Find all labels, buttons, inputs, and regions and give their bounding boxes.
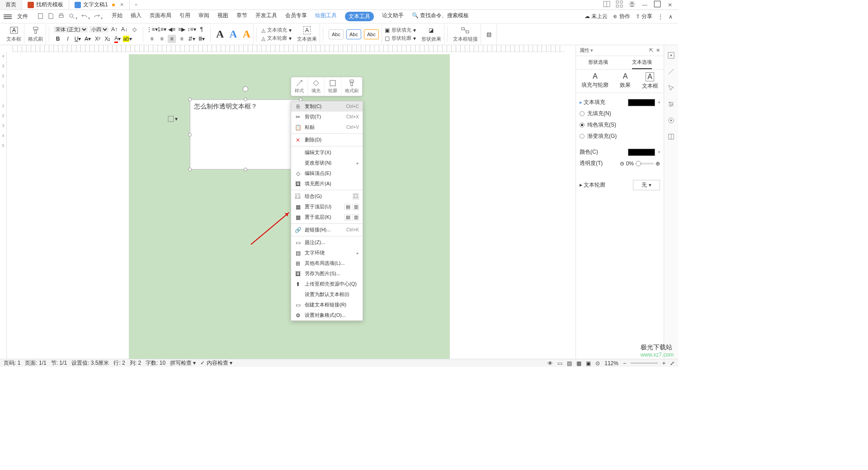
redo-icon[interactable]: ▾ xyxy=(94,13,103,21)
sb-words[interactable]: 字数: 10 xyxy=(146,359,165,367)
sb-view3-icon[interactable]: ▦ xyxy=(576,360,581,367)
sb-view1-icon[interactable]: ▭ xyxy=(557,360,562,367)
increase-indent-icon[interactable]: ≡▶ xyxy=(178,25,186,33)
cm-cut[interactable]: ✂剪切(T)Ctrl+X xyxy=(291,112,363,122)
new-icon[interactable] xyxy=(37,13,44,21)
radio-no-fill[interactable]: 无填充(N) xyxy=(580,108,660,119)
mini-style[interactable]: 样式 xyxy=(291,77,308,96)
subtab-effects[interactable]: A效果 xyxy=(620,72,631,90)
close-panel-icon[interactable]: ✕ xyxy=(656,47,660,53)
rib-format-painter[interactable]: 格式刷 xyxy=(25,24,46,44)
radio-gradient-fill[interactable]: 渐变填充(G) xyxy=(580,131,660,142)
clear-format-icon[interactable]: ◇ xyxy=(130,25,138,33)
menu-vip[interactable]: 会员专享 xyxy=(285,12,307,21)
menu-insert[interactable]: 插入 xyxy=(131,12,142,21)
text-outline-button[interactable]: ◬文本轮廓▾ xyxy=(261,35,292,42)
pin-icon[interactable]: ⇱ xyxy=(649,47,653,53)
handle-tm[interactable] xyxy=(244,98,247,101)
side-book-icon[interactable] xyxy=(667,133,675,142)
sb-zoom-in[interactable]: + xyxy=(662,360,665,367)
size-select[interactable]: 小四 xyxy=(90,26,108,33)
file-menu[interactable]: 文件 xyxy=(17,13,28,20)
text-direction-icon[interactable]: Ⅲ▾ xyxy=(198,35,206,43)
side-limit-icon[interactable] xyxy=(667,117,675,126)
canvas[interactable]: 怎么制作透明文本框？ ▾ 样式 填充 轮廓 格式刷 ⎘复制(C)Ctrl+C ✂… xyxy=(7,52,564,359)
collab-button[interactable]: ⊕ 协作 xyxy=(613,13,630,20)
side-template-icon[interactable] xyxy=(667,52,675,61)
cm-save-as-pic[interactable]: 🖼另存为图片(S)... xyxy=(291,268,363,279)
fill-color-swatch[interactable] xyxy=(628,99,655,106)
shape-effects-button[interactable]: ◪形状效果 xyxy=(419,24,444,44)
tab-docker[interactable]: 找稻壳模板 xyxy=(22,0,69,9)
menu-paper[interactable]: 论文助手 xyxy=(382,12,404,21)
mini-format[interactable]: 格式刷 xyxy=(341,77,362,96)
line-spacing-icon[interactable]: ↕≡▾ xyxy=(188,25,196,33)
italic-icon[interactable]: I xyxy=(64,35,72,43)
text-fill-button[interactable]: ◬文本填充▾ xyxy=(261,27,292,33)
sb-view2-icon[interactable]: ▤ xyxy=(567,360,572,367)
subscript-icon[interactable]: X₂ xyxy=(104,35,112,43)
sb-view4-icon[interactable]: ▣ xyxy=(586,360,591,367)
textbox-selected[interactable]: 怎么制作透明文本框？ ▾ xyxy=(190,99,301,169)
align-left-icon[interactable]: ≡ xyxy=(148,35,156,43)
sb-position[interactable]: 设置值: 3.5厘米 xyxy=(71,359,109,367)
textbox-text[interactable]: 怎么制作透明文本框？ xyxy=(190,100,300,113)
panel-tab-shape[interactable]: 形状选项 xyxy=(588,56,608,69)
sb-zoom-slider[interactable] xyxy=(631,362,658,364)
tab-home[interactable]: 首页 xyxy=(0,0,22,9)
sb-eye-icon[interactable]: 👁 xyxy=(547,360,553,367)
cm-text-wrap[interactable]: ▤文字环绕▸ xyxy=(291,248,363,258)
menu-view[interactable]: 视图 xyxy=(217,12,228,21)
sb-zoom-out[interactable]: − xyxy=(623,360,626,367)
highlight-icon[interactable]: ab▾ xyxy=(123,35,132,43)
color-swatch[interactable] xyxy=(628,149,655,156)
close-window-icon[interactable]: ✕ xyxy=(666,2,674,8)
textbox-link-button[interactable]: 文本框链接 xyxy=(450,24,481,44)
opacity-inc[interactable]: ⊕ xyxy=(656,160,660,167)
section-text-fill[interactable]: 文本填充 xyxy=(584,99,605,105)
preview-icon[interactable]: ▾ xyxy=(68,13,77,21)
align-justify-icon[interactable]: ≡ xyxy=(178,35,186,43)
align-center-icon[interactable]: ≡ xyxy=(158,35,166,43)
side-settings-icon[interactable] xyxy=(667,100,675,109)
close-icon[interactable]: ✕ xyxy=(120,2,124,8)
more-icon[interactable]: ⋮ xyxy=(658,14,663,20)
save-icon[interactable] xyxy=(47,13,54,21)
subtab-textbox[interactable]: A文本框 xyxy=(642,72,658,90)
tab-document[interactable]: 文字文稿1✕ xyxy=(69,0,130,9)
radio-solid-fill[interactable]: 纯色填充(S) xyxy=(580,119,660,131)
cm-bring-front[interactable]: ▦置于顶层(U)▤▥ xyxy=(291,202,363,212)
cm-set-format[interactable]: ⚙设置对象格式(O)... xyxy=(291,310,363,320)
menu-chapter[interactable]: 章节 xyxy=(236,12,247,21)
textbox-options-icon[interactable]: ▤ xyxy=(482,24,497,44)
section-text-outline[interactable]: 文本轮廓 xyxy=(584,182,605,188)
handle-bl[interactable] xyxy=(188,168,192,171)
hamburger-icon[interactable] xyxy=(4,14,12,19)
decrease-size-icon[interactable]: A↓ xyxy=(120,25,128,33)
menu-draw[interactable]: 绘图工具 xyxy=(315,12,337,21)
cm-edit-points[interactable]: ◇编辑顶点(E) xyxy=(291,168,363,179)
menu-dev[interactable]: 开发工具 xyxy=(255,12,277,21)
decrease-indent-icon[interactable]: ◀≡ xyxy=(168,25,176,33)
handle-bm[interactable] xyxy=(244,168,247,171)
strike-icon[interactable]: A̶▾ xyxy=(84,35,92,43)
sb-page[interactable]: 页面: 1/1 xyxy=(25,359,46,367)
avatar-icon[interactable] xyxy=(628,0,636,9)
subtab-fill[interactable]: A填充与轮廓 xyxy=(581,72,609,90)
font-color-icon[interactable]: A▾ xyxy=(113,35,122,43)
undo-icon[interactable]: ▾ xyxy=(81,13,90,21)
text-style-blue[interactable]: A xyxy=(229,28,237,40)
shape-fill-button[interactable]: ▣形状填充▾ xyxy=(385,27,416,33)
rotate-handle[interactable] xyxy=(243,86,248,92)
font-select[interactable]: 宋体 (正文) xyxy=(54,26,88,33)
sb-zoom[interactable]: 112% xyxy=(604,360,618,367)
outline-select[interactable]: 无 ▾ xyxy=(633,180,660,190)
sb-pagecode[interactable]: 页码: 1 xyxy=(4,359,20,367)
cm-create-link[interactable]: ▭创建文本框链接(R) xyxy=(291,300,363,310)
minimize-icon[interactable]: — xyxy=(641,2,648,8)
add-tab[interactable]: ＋ xyxy=(130,0,142,9)
apps-icon[interactable] xyxy=(616,0,623,9)
sb-focus-icon[interactable]: ⊙ xyxy=(595,360,600,367)
panel-tab-text[interactable]: 文本选项 xyxy=(632,56,652,69)
side-select-icon[interactable] xyxy=(667,84,675,93)
